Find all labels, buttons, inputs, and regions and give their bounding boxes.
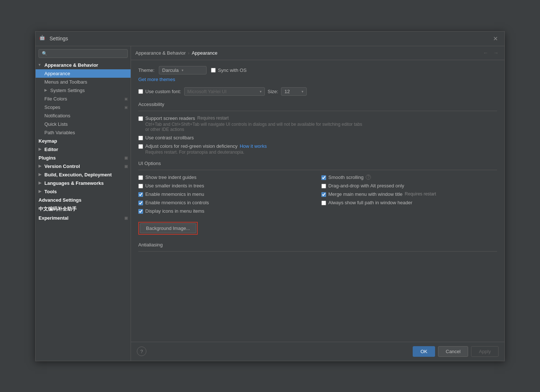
adjust-colors-text-block: Adjust colors for red-green vision defic… [145, 143, 267, 155]
display-icons-row: Display icons in menu items [138, 208, 314, 214]
contrast-scrollbars-label: Use contrast scrollbars [145, 135, 194, 140]
chevron-down-icon: ▾ [39, 63, 43, 67]
chevron-right-icon: ▶ [39, 147, 43, 151]
sidebar-item-advanced-settings[interactable]: Advanced Settings [36, 196, 131, 204]
use-custom-font-checkbox[interactable] [138, 89, 143, 94]
background-image-button[interactable]: Background Image... [140, 223, 196, 233]
contrast-scrollbars-row: Use contrast scrollbars [138, 135, 497, 140]
screen-readers-label: Support screen readers Requires restart [145, 116, 365, 121]
font-size-dropdown[interactable]: 12 ▾ [281, 87, 307, 96]
ok-button[interactable]: OK [413, 346, 435, 357]
mnemonics-controls-label: Enable mnemonics in controls [145, 200, 209, 205]
smaller-indents-row: Use smaller indents in trees [138, 183, 314, 188]
sidebar-item-plugins[interactable]: Plugins ▣ [36, 154, 131, 162]
font-row: Use custom font: Microsoft YaHei UI ▾ Si… [138, 87, 497, 96]
back-button[interactable]: ← [482, 49, 490, 56]
sidebar-item-tools[interactable]: ▶ Tools [36, 187, 131, 196]
sidebar-item-file-colors[interactable]: File Colors ▣ [36, 95, 131, 103]
antialiasing-section: Antialiasing [138, 242, 497, 252]
show-tree-indent-label: Show tree indent guides [145, 175, 196, 180]
ui-options-grid: Show tree indent guides Use smaller inde… [138, 175, 497, 217]
contrast-scrollbars-checkbox[interactable] [138, 136, 143, 140]
theme-label: Theme: [138, 67, 154, 73]
sidebar-item-languages-frameworks[interactable]: ▶ Languages & Frameworks [36, 179, 131, 187]
bottom-bar: ? OK Cancel Apply [131, 342, 504, 361]
adjust-colors-label: Adjust colors for red-green vision defic… [145, 143, 267, 149]
close-button[interactable]: ✕ [490, 34, 501, 44]
sidebar-item-quick-lists[interactable]: Quick Lists [36, 120, 131, 128]
sidebar-item-system-settings[interactable]: ▶ System Settings [36, 86, 131, 95]
sidebar-item-path-variables[interactable]: Path Variables [36, 128, 131, 137]
mnemonics-menu-label: Enable mnemonics in menu [145, 191, 204, 197]
sidebar-item-keymap[interactable]: Keymap [36, 137, 131, 145]
full-path-checkbox[interactable] [321, 201, 326, 205]
sidebar-item-chinese-helper[interactable]: 中文编码补全助手 [36, 204, 131, 214]
ui-options-section: UI Options Show tree indent guides Use s [138, 161, 497, 241]
screen-readers-text-block: Support screen readers Requires restart … [145, 116, 365, 132]
action-buttons: OK Cancel Apply [413, 346, 499, 357]
screen-readers-checkbox[interactable] [138, 116, 143, 121]
sidebar-item-version-control[interactable]: ▶ Version Control ▣ [36, 162, 131, 171]
merge-menu-checkbox[interactable] [321, 192, 326, 197]
show-tree-indent-checkbox[interactable] [138, 175, 143, 180]
sidebar-item-menus-toolbars[interactable]: Menus and Toolbars [36, 78, 131, 86]
mnemonics-menu-checkbox[interactable] [138, 192, 143, 197]
drag-drop-checkbox[interactable] [321, 184, 326, 188]
accessibility-title: Accessibility [138, 102, 497, 107]
forward-button[interactable]: → [492, 49, 500, 56]
sidebar-item-appearance[interactable]: Appearance [36, 69, 131, 78]
mnemonics-controls-checkbox[interactable] [138, 201, 143, 205]
mnemonics-menu-row: Enable mnemonics in menu [138, 191, 314, 197]
body: ▾ Appearance & Behavior Appearance Menus… [36, 46, 504, 361]
settings-icon: ▣ [124, 156, 128, 160]
sidebar-item-experimental[interactable]: Experimental ▣ [36, 214, 131, 222]
app-icon: 🤖 [39, 35, 47, 42]
font-name-dropdown[interactable]: Microsoft YaHei UI ▾ [184, 87, 265, 96]
screen-readers-row: Support screen readers Requires restart … [138, 116, 497, 132]
main-content: Appearance & Behavior › Appearance ← → T… [131, 46, 504, 361]
adjust-colors-row: Adjust colors for red-green vision defic… [138, 143, 497, 155]
adjust-colors-checkbox[interactable] [138, 144, 143, 149]
help-button[interactable]: ? [137, 347, 146, 356]
full-path-label: Always show full path in window header [328, 200, 412, 205]
settings-window: 🤖 Settings ✕ ▾ Appearance & Behavior App… [35, 31, 505, 361]
theme-dropdown[interactable]: Darcula ▾ [159, 66, 207, 74]
settings-icon: ▣ [124, 164, 128, 168]
nav-arrows: ← → [482, 49, 500, 56]
use-custom-font-label[interactable]: Use custom font: [138, 89, 181, 94]
breadcrumb-current: Appearance [192, 50, 218, 56]
sync-with-os-label[interactable]: Sync with OS [211, 67, 247, 73]
font-dropdown-arrow-icon: ▾ [260, 89, 262, 94]
sidebar-item-appearance-behavior[interactable]: ▾ Appearance & Behavior [36, 61, 131, 69]
sync-with-os-checkbox[interactable] [211, 68, 216, 73]
sidebar-item-build-execution[interactable]: ▶ Build, Execution, Deployment [36, 171, 131, 179]
settings-icon: ▣ [124, 216, 128, 220]
smaller-indents-checkbox[interactable] [138, 184, 143, 188]
ui-options-right: Smooth scrolling ? Drag-and-drop with Al… [321, 175, 497, 217]
use-custom-font-text: Use custom font: [145, 89, 181, 94]
merge-menu-requires-restart: Requires restart [405, 191, 436, 197]
window-title: Settings [50, 36, 490, 41]
ui-options-left: Show tree indent guides Use smaller inde… [138, 175, 314, 217]
chevron-right-icon: ▶ [44, 88, 49, 92]
show-tree-indent-row: Show tree indent guides [138, 175, 314, 180]
adjust-colors-desc: Requires restart. For protanopia and deu… [145, 150, 267, 155]
display-icons-checkbox[interactable] [138, 209, 143, 214]
breadcrumb-parent: Appearance & Behavior [135, 50, 186, 56]
search-input[interactable] [39, 49, 128, 58]
smooth-scrolling-checkbox[interactable] [321, 175, 326, 180]
sidebar-item-editor[interactable]: ▶ Editor [36, 145, 131, 154]
size-label: Size: [268, 89, 278, 94]
settings-icon: ▣ [124, 105, 128, 109]
cancel-button[interactable]: Cancel [438, 346, 468, 357]
accessibility-section: Accessibility Support screen readers Req… [138, 102, 497, 155]
sidebar-item-scopes[interactable]: Scopes ▣ [36, 103, 131, 111]
sidebar-item-notifications[interactable]: Notifications [36, 111, 131, 120]
antialiasing-title: Antialiasing [138, 242, 497, 248]
font-size-value: 12 [284, 89, 289, 94]
display-icons-label: Display icons in menu items [145, 208, 204, 214]
drag-drop-row: Drag-and-drop with Alt pressed only [321, 183, 497, 188]
apply-button[interactable]: Apply [471, 346, 499, 357]
how-it-works-link[interactable]: How it works [240, 143, 267, 149]
get-more-themes-link[interactable]: Get more themes [138, 77, 497, 82]
